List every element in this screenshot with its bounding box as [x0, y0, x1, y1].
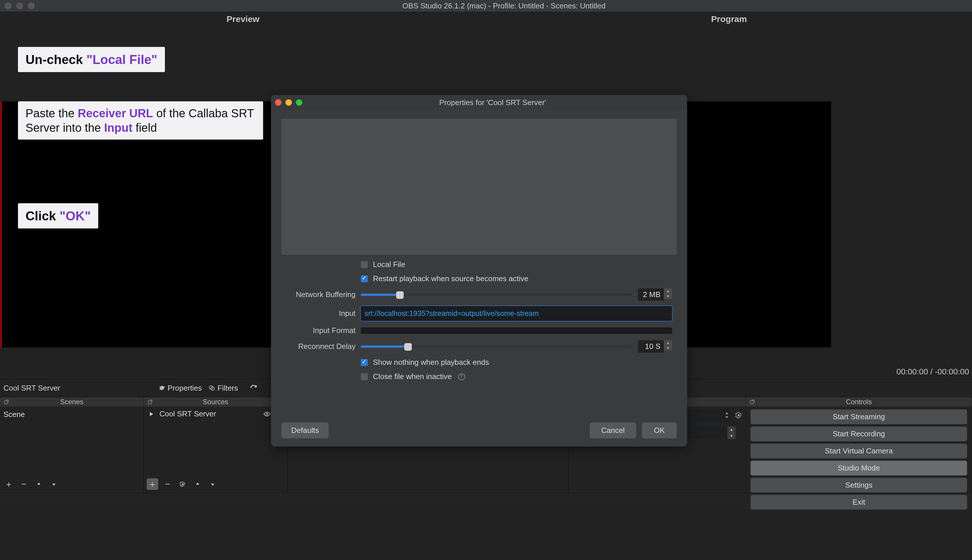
annotation-text: Paste the [25, 107, 78, 120]
svg-point-10 [738, 414, 740, 417]
step-up-button[interactable]: ▲ [664, 288, 672, 293]
updown-icon [725, 412, 729, 418]
input-label: Input [286, 309, 356, 318]
filters-button[interactable]: Filters [208, 384, 238, 393]
restart-playback-label: Restart playback when source becomes act… [373, 274, 528, 283]
gear-icon [158, 384, 166, 392]
step-down-button[interactable]: ▼ [664, 345, 672, 351]
close-icon[interactable] [5, 2, 12, 9]
defaults-button[interactable]: Defaults [281, 422, 329, 438]
annotation-text: Un-check [25, 52, 86, 67]
help-icon[interactable]: ? [458, 373, 465, 380]
refresh-button[interactable] [249, 384, 258, 392]
step-down-button[interactable]: ▼ [664, 293, 672, 299]
annotation-text: Click [25, 209, 59, 223]
sources-header: Sources [144, 397, 287, 407]
dialog-preview [281, 119, 677, 255]
svg-point-4 [266, 413, 268, 415]
filters-label: Filters [217, 384, 238, 393]
scenes-title: Scenes [0, 398, 144, 406]
studio-mode-button[interactable]: Studio Mode [751, 461, 967, 475]
start-streaming-button[interactable]: Start Streaming [751, 410, 967, 424]
window-title: OBS Studio 26.1.2 (mac) - Profile: Untit… [40, 2, 967, 10]
close-file-checkbox[interactable] [361, 373, 368, 380]
network-buffering-value[interactable]: 2 MB [638, 288, 664, 301]
local-file-checkbox[interactable] [361, 261, 368, 268]
preview-label: Preview [0, 12, 486, 27]
settings-button[interactable]: Settings [751, 478, 967, 493]
titlebar: OBS Studio 26.1.2 (mac) - Profile: Untit… [0, 0, 972, 12]
source-properties-button[interactable] [177, 478, 188, 490]
controls-title: Controls [746, 398, 972, 406]
properties-button[interactable]: Properties [158, 384, 202, 393]
reconnect-delay-value[interactable]: 10 S [638, 340, 664, 353]
play-icon [147, 410, 156, 418]
sources-toolbar: ＋ − [144, 475, 221, 493]
program-time: 00:00:00 / -00:00:00 [897, 367, 969, 377]
ok-button[interactable]: OK [642, 422, 677, 438]
input-field[interactable]: srt://localhost:1935?streamid=output/liv… [361, 306, 672, 321]
controls-panel: Controls Start Streaming Start Recording… [746, 397, 972, 493]
start-recording-button[interactable]: Start Recording [751, 427, 967, 441]
minimize-icon[interactable] [16, 2, 23, 9]
gear-icon[interactable] [734, 411, 743, 419]
start-virtual-camera-button[interactable]: Start Virtual Camera [751, 443, 967, 458]
input-format-field[interactable] [361, 327, 672, 334]
add-source-button[interactable]: ＋ [147, 478, 158, 490]
move-up-button[interactable] [33, 478, 45, 490]
view-header: Preview Program [0, 12, 972, 27]
network-buffering-slider[interactable] [361, 293, 632, 296]
show-nothing-checkbox[interactable] [361, 359, 368, 366]
reconnect-delay-slider[interactable] [361, 345, 632, 348]
annotation-paste: Paste the Receiver URL of the Callaba SR… [18, 101, 263, 140]
input-format-label: Input Format [286, 326, 356, 335]
local-file-label: Local File [373, 260, 405, 269]
reconnect-delay-label: Reconnect Delay [286, 342, 356, 351]
properties-dialog: Properties for 'Cool SRT Server' Local F… [271, 95, 687, 447]
dialog-button-row: Defaults Cancel OK [271, 417, 687, 447]
source-row[interactable]: Cool SRT Server [146, 408, 285, 420]
program-label: Program [486, 12, 972, 27]
close-icon[interactable] [275, 99, 281, 106]
scenes-toolbar: ＋ − [0, 475, 63, 493]
annotation-text: "Local File" [86, 52, 157, 67]
minimize-icon[interactable] [286, 99, 292, 106]
network-buffering-label: Network Buffering [286, 290, 356, 299]
selected-source-name: Cool SRT Server [2, 384, 144, 393]
filters-icon [208, 384, 216, 392]
restart-playback-checkbox[interactable] [361, 275, 368, 282]
fullscreen-icon[interactable] [296, 99, 302, 106]
close-file-label: Close file when inactive [373, 372, 452, 381]
step-up-button[interactable]: ▲ [664, 340, 672, 345]
remove-source-button[interactable]: − [162, 478, 173, 490]
annotation-text: Receiver URL [78, 107, 153, 120]
sources-title: Sources [144, 398, 287, 406]
refresh-icon [249, 384, 258, 392]
annotation-click-ok: Click "OK" [18, 203, 98, 228]
source-name: Cool SRT Server [159, 410, 216, 418]
eye-icon[interactable] [263, 410, 271, 418]
dialog-form: Local File Restart playback when source … [271, 258, 687, 383]
svg-point-6 [182, 483, 184, 485]
fullscreen-icon[interactable] [28, 2, 35, 9]
remove-scene-button[interactable]: − [18, 478, 30, 490]
move-down-button[interactable] [207, 478, 219, 490]
move-down-button[interactable] [48, 478, 60, 490]
sources-panel: Sources Cool SRT Server ＋ − [144, 397, 288, 493]
add-scene-button[interactable]: ＋ [3, 478, 15, 490]
annotation-uncheck: Un-check "Local File" [18, 47, 165, 72]
cancel-button[interactable]: Cancel [590, 422, 636, 438]
step-down-button[interactable]: ▼ [728, 433, 736, 439]
scenes-panel: Scenes Scene ＋ − [0, 397, 144, 493]
scenes-header: Scenes [0, 397, 144, 407]
properties-label: Properties [167, 384, 202, 393]
exit-button[interactable]: Exit [751, 495, 967, 510]
annotation-text: Input [104, 121, 132, 134]
dialog-title: Properties for 'Cool SRT Server' [302, 98, 683, 107]
window-traffic-lights [5, 2, 35, 9]
annotation-text: "OK" [59, 209, 91, 223]
step-up-button[interactable]: ▲ [728, 426, 736, 433]
annotation-text: field [132, 121, 157, 134]
scene-item[interactable]: Scene [2, 408, 141, 421]
move-up-button[interactable] [192, 478, 203, 490]
